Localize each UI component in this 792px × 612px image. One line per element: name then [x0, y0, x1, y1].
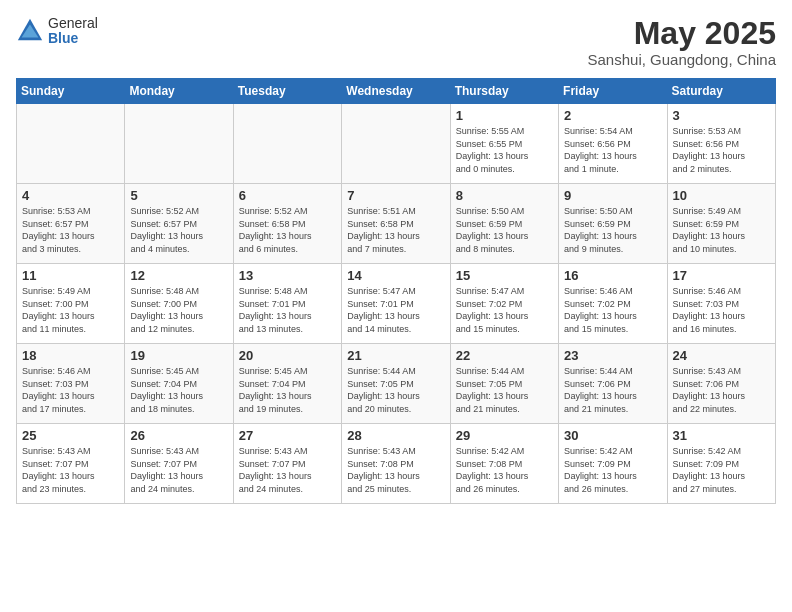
- day-info: Sunrise: 5:44 AM Sunset: 7:05 PM Dayligh…: [347, 365, 444, 415]
- day-info: Sunrise: 5:43 AM Sunset: 7:07 PM Dayligh…: [130, 445, 227, 495]
- logo-general-text: General: [48, 16, 98, 31]
- day-number: 4: [22, 188, 119, 203]
- day-number: 18: [22, 348, 119, 363]
- logo: General Blue: [16, 16, 98, 47]
- calendar-cell: 23Sunrise: 5:44 AM Sunset: 7:06 PM Dayli…: [559, 344, 667, 424]
- day-number: 6: [239, 188, 336, 203]
- day-number: 7: [347, 188, 444, 203]
- logo-icon: [16, 17, 44, 45]
- day-info: Sunrise: 5:50 AM Sunset: 6:59 PM Dayligh…: [456, 205, 553, 255]
- calendar-cell: 22Sunrise: 5:44 AM Sunset: 7:05 PM Dayli…: [450, 344, 558, 424]
- day-info: Sunrise: 5:44 AM Sunset: 7:05 PM Dayligh…: [456, 365, 553, 415]
- weekday-header-friday: Friday: [559, 79, 667, 104]
- calendar-week-3: 11Sunrise: 5:49 AM Sunset: 7:00 PM Dayli…: [17, 264, 776, 344]
- calendar-cell: 30Sunrise: 5:42 AM Sunset: 7:09 PM Dayli…: [559, 424, 667, 504]
- day-number: 16: [564, 268, 661, 283]
- day-number: 2: [564, 108, 661, 123]
- calendar-cell: 19Sunrise: 5:45 AM Sunset: 7:04 PM Dayli…: [125, 344, 233, 424]
- calendar-cell: 13Sunrise: 5:48 AM Sunset: 7:01 PM Dayli…: [233, 264, 341, 344]
- day-info: Sunrise: 5:42 AM Sunset: 7:09 PM Dayligh…: [564, 445, 661, 495]
- day-info: Sunrise: 5:46 AM Sunset: 7:03 PM Dayligh…: [673, 285, 770, 335]
- day-number: 9: [564, 188, 661, 203]
- title-block: May 2025 Sanshui, Guangdong, China: [588, 16, 776, 68]
- calendar-cell: 20Sunrise: 5:45 AM Sunset: 7:04 PM Dayli…: [233, 344, 341, 424]
- day-number: 21: [347, 348, 444, 363]
- day-info: Sunrise: 5:52 AM Sunset: 6:57 PM Dayligh…: [130, 205, 227, 255]
- weekday-header-wednesday: Wednesday: [342, 79, 450, 104]
- day-info: Sunrise: 5:51 AM Sunset: 6:58 PM Dayligh…: [347, 205, 444, 255]
- day-info: Sunrise: 5:47 AM Sunset: 7:01 PM Dayligh…: [347, 285, 444, 335]
- day-number: 30: [564, 428, 661, 443]
- weekday-header-sunday: Sunday: [17, 79, 125, 104]
- calendar-header-row: SundayMondayTuesdayWednesdayThursdayFrid…: [17, 79, 776, 104]
- weekday-header-monday: Monday: [125, 79, 233, 104]
- page-header: General Blue May 2025 Sanshui, Guangdong…: [16, 16, 776, 68]
- day-info: Sunrise: 5:42 AM Sunset: 7:08 PM Dayligh…: [456, 445, 553, 495]
- calendar-week-2: 4Sunrise: 5:53 AM Sunset: 6:57 PM Daylig…: [17, 184, 776, 264]
- day-info: Sunrise: 5:45 AM Sunset: 7:04 PM Dayligh…: [130, 365, 227, 415]
- day-number: 3: [673, 108, 770, 123]
- calendar-cell: [233, 104, 341, 184]
- calendar-cell: 24Sunrise: 5:43 AM Sunset: 7:06 PM Dayli…: [667, 344, 775, 424]
- calendar-cell: 6Sunrise: 5:52 AM Sunset: 6:58 PM Daylig…: [233, 184, 341, 264]
- day-info: Sunrise: 5:44 AM Sunset: 7:06 PM Dayligh…: [564, 365, 661, 415]
- day-number: 27: [239, 428, 336, 443]
- day-number: 29: [456, 428, 553, 443]
- calendar-table: SundayMondayTuesdayWednesdayThursdayFrid…: [16, 78, 776, 504]
- calendar-cell: [125, 104, 233, 184]
- day-number: 22: [456, 348, 553, 363]
- calendar-cell: 3Sunrise: 5:53 AM Sunset: 6:56 PM Daylig…: [667, 104, 775, 184]
- day-number: 23: [564, 348, 661, 363]
- day-info: Sunrise: 5:43 AM Sunset: 7:08 PM Dayligh…: [347, 445, 444, 495]
- calendar-cell: 14Sunrise: 5:47 AM Sunset: 7:01 PM Dayli…: [342, 264, 450, 344]
- day-number: 17: [673, 268, 770, 283]
- day-info: Sunrise: 5:48 AM Sunset: 7:01 PM Dayligh…: [239, 285, 336, 335]
- calendar-cell: 9Sunrise: 5:50 AM Sunset: 6:59 PM Daylig…: [559, 184, 667, 264]
- calendar-cell: 17Sunrise: 5:46 AM Sunset: 7:03 PM Dayli…: [667, 264, 775, 344]
- day-info: Sunrise: 5:45 AM Sunset: 7:04 PM Dayligh…: [239, 365, 336, 415]
- calendar-cell: 16Sunrise: 5:46 AM Sunset: 7:02 PM Dayli…: [559, 264, 667, 344]
- calendar-cell: 26Sunrise: 5:43 AM Sunset: 7:07 PM Dayli…: [125, 424, 233, 504]
- day-info: Sunrise: 5:43 AM Sunset: 7:07 PM Dayligh…: [239, 445, 336, 495]
- calendar-cell: 11Sunrise: 5:49 AM Sunset: 7:00 PM Dayli…: [17, 264, 125, 344]
- calendar-body: 1Sunrise: 5:55 AM Sunset: 6:55 PM Daylig…: [17, 104, 776, 504]
- calendar-cell: 1Sunrise: 5:55 AM Sunset: 6:55 PM Daylig…: [450, 104, 558, 184]
- location: Sanshui, Guangdong, China: [588, 51, 776, 68]
- calendar-week-4: 18Sunrise: 5:46 AM Sunset: 7:03 PM Dayli…: [17, 344, 776, 424]
- weekday-header-saturday: Saturday: [667, 79, 775, 104]
- day-number: 15: [456, 268, 553, 283]
- day-number: 10: [673, 188, 770, 203]
- day-info: Sunrise: 5:55 AM Sunset: 6:55 PM Dayligh…: [456, 125, 553, 175]
- calendar-cell: 18Sunrise: 5:46 AM Sunset: 7:03 PM Dayli…: [17, 344, 125, 424]
- calendar-cell: 28Sunrise: 5:43 AM Sunset: 7:08 PM Dayli…: [342, 424, 450, 504]
- day-info: Sunrise: 5:47 AM Sunset: 7:02 PM Dayligh…: [456, 285, 553, 335]
- day-number: 20: [239, 348, 336, 363]
- logo-blue-text: Blue: [48, 31, 98, 46]
- day-info: Sunrise: 5:49 AM Sunset: 6:59 PM Dayligh…: [673, 205, 770, 255]
- calendar-week-1: 1Sunrise: 5:55 AM Sunset: 6:55 PM Daylig…: [17, 104, 776, 184]
- day-info: Sunrise: 5:42 AM Sunset: 7:09 PM Dayligh…: [673, 445, 770, 495]
- day-number: 1: [456, 108, 553, 123]
- weekday-header-tuesday: Tuesday: [233, 79, 341, 104]
- day-info: Sunrise: 5:52 AM Sunset: 6:58 PM Dayligh…: [239, 205, 336, 255]
- day-info: Sunrise: 5:54 AM Sunset: 6:56 PM Dayligh…: [564, 125, 661, 175]
- day-number: 8: [456, 188, 553, 203]
- day-info: Sunrise: 5:53 AM Sunset: 6:57 PM Dayligh…: [22, 205, 119, 255]
- calendar-cell: [342, 104, 450, 184]
- calendar-cell: 5Sunrise: 5:52 AM Sunset: 6:57 PM Daylig…: [125, 184, 233, 264]
- day-number: 24: [673, 348, 770, 363]
- calendar-cell: 27Sunrise: 5:43 AM Sunset: 7:07 PM Dayli…: [233, 424, 341, 504]
- calendar-cell: 15Sunrise: 5:47 AM Sunset: 7:02 PM Dayli…: [450, 264, 558, 344]
- day-info: Sunrise: 5:43 AM Sunset: 7:06 PM Dayligh…: [673, 365, 770, 415]
- calendar-cell: 31Sunrise: 5:42 AM Sunset: 7:09 PM Dayli…: [667, 424, 775, 504]
- calendar-cell: 8Sunrise: 5:50 AM Sunset: 6:59 PM Daylig…: [450, 184, 558, 264]
- weekday-header-thursday: Thursday: [450, 79, 558, 104]
- calendar-cell: 7Sunrise: 5:51 AM Sunset: 6:58 PM Daylig…: [342, 184, 450, 264]
- day-info: Sunrise: 5:53 AM Sunset: 6:56 PM Dayligh…: [673, 125, 770, 175]
- day-number: 5: [130, 188, 227, 203]
- calendar-cell: 25Sunrise: 5:43 AM Sunset: 7:07 PM Dayli…: [17, 424, 125, 504]
- calendar-cell: 21Sunrise: 5:44 AM Sunset: 7:05 PM Dayli…: [342, 344, 450, 424]
- day-number: 14: [347, 268, 444, 283]
- day-number: 19: [130, 348, 227, 363]
- day-info: Sunrise: 5:49 AM Sunset: 7:00 PM Dayligh…: [22, 285, 119, 335]
